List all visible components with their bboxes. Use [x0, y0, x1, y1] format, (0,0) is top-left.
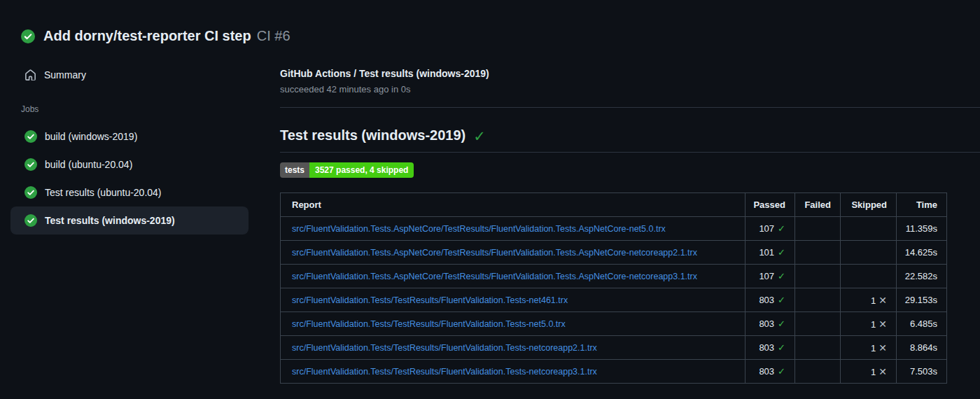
home-icon: [24, 69, 36, 81]
badge-value: 3527 passed, 4 skipped: [309, 162, 414, 178]
job-status-line: succeeded 42 minutes ago in 0s: [280, 84, 980, 94]
column-header-time: Time: [897, 193, 947, 217]
passed-check-icon: ✓: [778, 318, 785, 329]
report-table: Report Passed Failed Skipped Time src/Fl…: [280, 192, 947, 384]
column-header-report: Report: [281, 193, 746, 217]
sidebar-jobs-list: build (windows-2019) build (ubuntu-20.04…: [10, 122, 280, 234]
job-label: build (windows-2019): [45, 131, 137, 142]
table-row: src/FluentValidation.Tests.AspNetCore/Te…: [281, 265, 947, 288]
report-table-body: src/FluentValidation.Tests.AspNetCore/Te…: [281, 217, 947, 384]
table-row: src/FluentValidation.Tests/TestResults/F…: [281, 312, 947, 336]
section-heading-row: Test results (windows-2019) ✓: [280, 108, 980, 153]
success-check-circle-icon: [21, 29, 35, 43]
passed-count: 803: [759, 366, 774, 377]
time-value: 6.485s: [897, 312, 947, 336]
job-header: GitHub Actions / Test results (windows-2…: [280, 68, 980, 108]
sidebar: Summary Jobs build (windows-2019) build …: [0, 52, 280, 384]
heading-check-icon: ✓: [473, 127, 486, 144]
passed-count: 107: [759, 223, 774, 234]
sidebar-job-item[interactable]: Test results (windows-2019): [10, 206, 248, 234]
main-content: GitHub Actions / Test results (windows-2…: [280, 52, 980, 384]
time-value: 11.359s: [897, 217, 947, 241]
skipped-count: 1: [871, 367, 876, 377]
badge-label: tests: [280, 162, 309, 178]
passed-check-icon: ✓: [778, 271, 785, 281]
table-row: src/FluentValidation.Tests/TestResults/F…: [281, 336, 947, 360]
passed-check-icon: ✓: [778, 295, 785, 305]
skipped-cross-icon: ✕: [878, 295, 887, 306]
workflow-run-header: Add dorny/test-reporter CI step CI #6: [0, 0, 980, 52]
time-value: 29.153s: [897, 288, 947, 312]
passed-check-icon: ✓: [778, 342, 785, 353]
passed-count: 803: [759, 318, 774, 329]
passed-count: 803: [759, 295, 774, 305]
time-value: 22.582s: [897, 265, 947, 288]
report-link[interactable]: src/FluentValidation.Tests/TestResults/F…: [292, 343, 597, 353]
workflow-run-title: Add dorny/test-reporter CI step: [43, 28, 251, 44]
job-label: Test results (windows-2019): [45, 215, 175, 226]
job-success-check-icon: [24, 158, 37, 171]
job-label: Test results (ubuntu-20.04): [45, 187, 162, 198]
sidebar-item-summary[interactable]: Summary: [10, 64, 280, 86]
report-link[interactable]: src/FluentValidation.Tests.AspNetCore/Te…: [292, 248, 697, 258]
sidebar-job-item[interactable]: build (windows-2019): [10, 122, 248, 150]
skipped-count: 1: [871, 295, 876, 306]
jobs-section-label: Jobs: [21, 104, 280, 114]
skipped-cross-icon: ✕: [878, 342, 887, 354]
report-link[interactable]: src/FluentValidation.Tests/TestResults/F…: [292, 295, 568, 305]
table-row: src/FluentValidation.Tests/TestResults/F…: [281, 288, 947, 312]
report-link[interactable]: src/FluentValidation.Tests/TestResults/F…: [292, 319, 566, 329]
tests-badge[interactable]: tests 3527 passed, 4 skipped: [280, 162, 414, 178]
report-link[interactable]: src/FluentValidation.Tests.AspNetCore/Te…: [292, 224, 666, 234]
sidebar-job-item[interactable]: build (ubuntu-20.04): [10, 150, 248, 178]
skipped-count: 1: [871, 319, 876, 330]
job-label: build (ubuntu-20.04): [45, 159, 132, 170]
table-row: src/FluentValidation.Tests.AspNetCore/Te…: [281, 217, 947, 241]
column-header-failed: Failed: [795, 193, 841, 217]
passed-check-icon: ✓: [778, 223, 785, 234]
section-heading: Test results (windows-2019): [280, 127, 465, 144]
time-value: 7.503s: [897, 360, 947, 384]
passed-count: 803: [759, 342, 774, 353]
workflow-run-number: CI #6: [257, 28, 290, 44]
passed-count: 107: [759, 271, 774, 281]
table-header-row: Report Passed Failed Skipped Time: [281, 193, 947, 217]
passed-check-icon: ✓: [778, 247, 785, 258]
skipped-cross-icon: ✕: [878, 318, 887, 330]
skipped-cross-icon: ✕: [878, 366, 887, 377]
report-link[interactable]: src/FluentValidation.Tests/TestResults/F…: [292, 367, 597, 377]
job-title: GitHub Actions / Test results (windows-2…: [280, 68, 980, 79]
skipped-count: 1: [871, 343, 876, 354]
summary-label: Summary: [44, 69, 86, 80]
job-success-check-icon: [24, 186, 37, 199]
column-header-skipped: Skipped: [841, 193, 897, 217]
job-success-check-icon: [24, 214, 37, 227]
time-value: 8.864s: [897, 336, 947, 360]
job-success-check-icon: [24, 130, 37, 143]
table-row: src/FluentValidation.Tests/TestResults/F…: [281, 360, 947, 384]
passed-count: 101: [759, 247, 774, 258]
report-link[interactable]: src/FluentValidation.Tests.AspNetCore/Te…: [292, 272, 697, 281]
column-header-passed: Passed: [746, 193, 795, 217]
time-value: 14.625s: [897, 241, 947, 265]
passed-check-icon: ✓: [778, 366, 785, 377]
table-row: src/FluentValidation.Tests.AspNetCore/Te…: [281, 241, 947, 265]
sidebar-job-item[interactable]: Test results (ubuntu-20.04): [10, 178, 248, 206]
